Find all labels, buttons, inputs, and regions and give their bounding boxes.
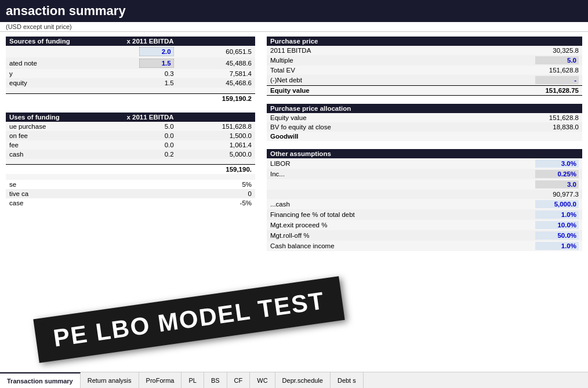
source-row-3-label: y [6,69,99,78]
ppa-header: Purchase price allocation [267,104,582,113]
tab-debt-s[interactable]: Debt s [331,372,364,388]
use-row-2-multiple: 0.0 [99,131,177,140]
cash-bal-input[interactable]: 1.0% [535,242,579,250]
row3-input[interactable]: 3.0 [535,180,579,188]
source-multiple-input-2[interactable]: 1.5 [139,59,174,68]
inc-value: 0.25% [513,169,582,179]
multiple-input[interactable]: 5.0 [535,56,579,64]
equity-value-label: Equity value [267,86,513,96]
cash-value: 5,000.0 [513,199,582,209]
tab-cf[interactable]: CF [227,372,251,388]
table-row: Total EV 151,628.8 [267,66,582,75]
mgt-rolloff-input[interactable]: 50.0% [535,231,579,240]
uses-total-spacer [99,165,177,175]
table-row: tive ca 0 [6,189,255,198]
page-subtitle: (USD except unit price) [0,22,588,32]
equity-value: 151,628.75 [513,86,582,96]
table-row: BV fo equity at close 18,838.0 [267,122,582,132]
ppa-row-2-label: BV fo equity at close [267,122,513,132]
purchase-price-table: Purchase price 2011 EBITDA 30,325.8 Mult… [267,37,582,96]
sources-total-row: 159,190.2 [6,93,255,103]
table-row: Mgt.roll-off % 50.0% [267,230,582,241]
table-row: Financing fee % of total debt 1.0% [267,209,582,220]
ppa-row-2-value: 18,838.0 [513,122,582,132]
uses-header: Uses of funding [6,113,99,122]
use-row-4-multiple: 0.2 [99,150,177,159]
libor-value: 3.0% [513,158,582,169]
mgt-exit-value: 10.0% [513,220,582,230]
equity-value-row: Equity value 151,628.75 [267,86,582,96]
pp-row-1-value: 30,325.8 [513,46,582,55]
table-row: Cash balance income 1.0% [267,241,582,251]
fin-fee-input[interactable]: 1.0% [535,211,579,219]
mgt-exit-input[interactable]: 10.0% [535,221,579,229]
row4-label [267,190,513,199]
fin-fee-label: Financing fee % of total debt [267,209,513,220]
source-row-1-value: 60,651.5 [177,46,255,57]
uses-total-row: 159,190. [6,165,255,175]
purchase-price-header: Purchase price [267,37,582,46]
table-row: 90,977.3 [267,190,582,199]
source-row-4-value: 45,468.6 [177,78,255,88]
tabs-bar: Transaction summary Return analysis ProF… [0,372,588,388]
cash-bal-value: 1.0% [513,241,582,251]
uses-table: Uses of funding x 2011 EBITDA ue purchas… [6,113,255,208]
source-row-3-multiple: 0.3 [99,69,177,78]
tab-depr-schedule[interactable]: Depr.schedule [275,372,331,388]
table-row: case -5% [6,198,255,208]
pp-row-1-label: 2011 EBITDA [267,46,513,55]
inc-label: Inc... [267,169,513,179]
other-table: Other assumptions LIBOR 3.0% Inc... 0.25… [267,149,582,251]
ppa-row-3-value [513,132,582,141]
table-row: equity 1.5 45,468.6 [6,78,255,88]
tab-bs[interactable]: BS [204,372,227,388]
row3-value: 3.0 [513,179,582,190]
net-debt-input[interactable]: - [535,76,579,84]
use-row-3-multiple: 0.0 [99,140,177,150]
sources-total-label [6,93,99,103]
fin-fee-value: 1.0% [513,209,582,220]
case-row-1-value: 5% [177,180,255,189]
table-row: Goodwill [267,132,582,141]
uses-value-header [177,113,255,122]
mgt-exit-label: Mgt.exit proceed % [267,220,513,230]
tab-return-analysis[interactable]: Return analysis [81,372,139,388]
use-row-1-value: 151,628.8 [177,122,255,131]
table-row: on fee 0.0 1,500.0 [6,131,255,140]
tab-proforma[interactable]: ProForma [139,372,182,388]
pp-row-3-label: Total EV [267,66,513,75]
tab-pl[interactable]: PL [182,372,204,388]
page-title: ansaction summary [0,0,588,22]
ppa-row-1-label: Equity value [267,113,513,122]
cash-input[interactable]: 5,000.0 [535,200,579,208]
ppa-row-3-label: Goodwill [267,132,513,141]
inc-input[interactable]: 0.25% [535,170,579,178]
source-multiple-input-1[interactable]: 2.0 [139,47,174,56]
tab-wc[interactable]: WC [250,372,275,388]
table-row: y 0.3 7,581.4 [6,69,255,78]
other-header: Other assumptions [267,149,582,158]
sources-total-value: 159,190.2 [177,93,255,103]
ppa-table: Purchase price allocation Equity value 1… [267,104,582,141]
sources-value-header [177,37,255,46]
table-row: 2011 EBITDA 30,325.8 [267,46,582,55]
table-row: 2.0 60,651.5 [6,46,255,57]
table-row: cash 0.2 5,000.0 [6,150,255,159]
table-row: ue purchase 5.0 151,628.8 [6,122,255,131]
source-row-4-multiple: 1.5 [99,78,177,88]
source-row-1-label [6,46,99,57]
row4-value: 90,977.3 [513,190,582,199]
source-row-3-value: 7,581.4 [177,69,255,78]
cash-bal-label: Cash balance income [267,241,513,251]
use-row-3-label: fee [6,140,99,150]
table-row: LIBOR 3.0% [267,158,582,169]
pp-row-3-value: 151,628.8 [513,66,582,75]
case-row-2-value: 0 [177,189,255,198]
libor-input[interactable]: 3.0% [535,159,579,168]
pp-row-2-value: 5.0 [513,55,582,66]
table-row: Inc... 0.25% [267,169,582,179]
table-row: ated note 1.5 45,488.6 [6,57,255,69]
use-row-4-value: 5,000.0 [177,150,255,159]
pp-row-4-label: (-)Net debt [267,75,513,86]
tab-transaction-summary[interactable]: Transaction summary [0,372,81,388]
